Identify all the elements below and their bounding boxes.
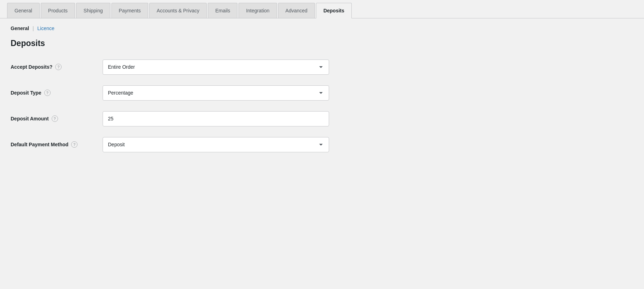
deposits-form: Accept Deposits? ? Entire Order Deposit … — [11, 60, 329, 152]
select-deposit-type[interactable]: Percentage Fixed Amount — [103, 85, 329, 101]
select-default-payment-method[interactable]: Deposit Full Payment — [103, 137, 329, 152]
form-row-default-payment-method: Default Payment Method ? Deposit Full Pa… — [11, 137, 329, 152]
tab-deposits[interactable]: Deposits — [316, 3, 352, 18]
label-deposit-type: Deposit Type — [11, 90, 41, 96]
section-title: Deposits — [11, 38, 633, 49]
breadcrumb-licence-link[interactable]: Licence — [38, 26, 54, 31]
tab-shipping[interactable]: Shipping — [76, 3, 110, 18]
tab-navigation: General Products Shipping Payments Accou… — [0, 0, 644, 18]
label-default-payment-method: Default Payment Method — [11, 142, 68, 147]
form-label-cell-accept-deposits: Accept Deposits? ? — [11, 60, 103, 70]
input-deposit-amount[interactable] — [103, 111, 329, 126]
help-icon-deposit-type[interactable]: ? — [44, 90, 51, 96]
form-label-cell-deposit-type: Deposit Type ? — [11, 85, 103, 96]
form-field-deposit-amount — [103, 111, 329, 126]
breadcrumb-current: General — [11, 26, 29, 31]
label-deposit-amount: Deposit Amount — [11, 116, 49, 121]
form-label-cell-deposit-amount: Deposit Amount ? — [11, 111, 103, 122]
form-field-accept-deposits: Entire Order Deposit Disabled — [103, 60, 329, 75]
form-field-deposit-type: Percentage Fixed Amount — [103, 85, 329, 101]
help-icon-deposit-amount[interactable]: ? — [52, 115, 58, 122]
tab-integration[interactable]: Integration — [238, 3, 277, 18]
tab-payments[interactable]: Payments — [111, 3, 148, 18]
label-accept-deposits: Accept Deposits? — [11, 64, 52, 70]
tab-accounts-privacy[interactable]: Accounts & Privacy — [149, 3, 207, 18]
form-row-accept-deposits: Accept Deposits? ? Entire Order Deposit … — [11, 60, 329, 75]
form-field-default-payment-method: Deposit Full Payment — [103, 137, 329, 152]
form-label-cell-default-payment-method: Default Payment Method ? — [11, 137, 103, 148]
form-row-deposit-amount: Deposit Amount ? — [11, 111, 329, 126]
help-icon-default-payment-method[interactable]: ? — [71, 141, 77, 148]
form-row-deposit-type: Deposit Type ? Percentage Fixed Amount — [11, 85, 329, 101]
breadcrumb: General | Licence — [11, 26, 633, 31]
help-icon-accept-deposits[interactable]: ? — [55, 64, 62, 70]
tab-advanced[interactable]: Advanced — [278, 3, 315, 18]
breadcrumb-separator: | — [33, 26, 34, 31]
content-area: General | Licence Deposits Accept Deposi… — [0, 18, 644, 174]
tab-emails[interactable]: Emails — [208, 3, 237, 18]
tab-general[interactable]: General — [7, 3, 40, 18]
tab-products[interactable]: Products — [41, 3, 75, 18]
select-accept-deposits[interactable]: Entire Order Deposit Disabled — [103, 60, 329, 75]
page-wrapper: General Products Shipping Payments Accou… — [0, 0, 644, 289]
